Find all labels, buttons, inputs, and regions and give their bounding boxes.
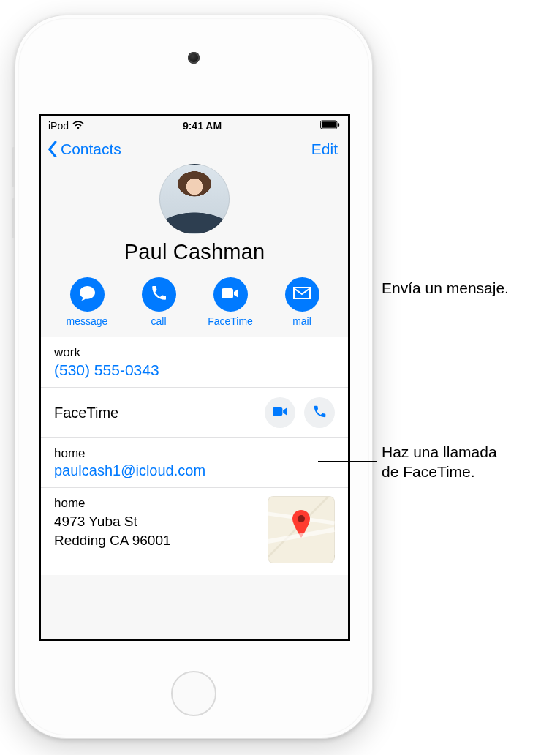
call-label: call: [151, 315, 166, 327]
facetime-button[interactable]: FaceTime: [205, 277, 256, 327]
svg-point-5: [298, 515, 305, 522]
mail-button[interactable]: mail: [276, 277, 328, 327]
mail-label: mail: [292, 315, 311, 327]
address-row[interactable]: home 4973 Yuba St Redding CA 96001: [41, 488, 348, 575]
message-button[interactable]: message: [61, 277, 113, 327]
email-row[interactable]: home paulcash1@icloud.com: [41, 438, 348, 488]
facetime-row-label: FaceTime: [54, 405, 118, 421]
callout-message: Envía un mensaje.: [382, 278, 509, 298]
details-list: work (530) 555-0343 FaceTime: [41, 337, 348, 575]
phone-icon: [313, 405, 327, 421]
device-frame: iPod 9:41 AM Contacts Edit Paul Cashman: [15, 15, 373, 739]
svg-rect-2: [338, 123, 339, 127]
facetime-row: FaceTime: [41, 388, 348, 438]
phone-row[interactable]: work (530) 555-0343: [41, 337, 348, 388]
device-label: iPod: [48, 120, 69, 132]
battery-icon: [320, 120, 341, 132]
back-button[interactable]: Contacts: [47, 140, 121, 158]
callout-facetime-line1: Haz una llamada: [382, 443, 497, 460]
callout-facetime-line2: de FaceTime.: [382, 463, 475, 480]
contact-header: Paul Cashman: [41, 158, 348, 273]
callout-line: [318, 461, 377, 462]
video-icon: [272, 406, 288, 420]
volume-down-button: [12, 198, 15, 238]
video-icon: [221, 287, 240, 303]
address-label: home: [54, 496, 259, 511]
message-label: message: [67, 315, 108, 327]
volume-up-button: [12, 147, 15, 187]
home-button[interactable]: [171, 671, 216, 716]
facetime-video-button[interactable]: [265, 397, 295, 428]
facetime-label: FaceTime: [208, 315, 253, 327]
nav-bar: Contacts Edit: [41, 133, 348, 158]
screen: iPod 9:41 AM Contacts Edit Paul Cashman: [39, 114, 350, 641]
email-value: paulcash1@icloud.com: [54, 462, 335, 479]
avatar[interactable]: [159, 164, 230, 234]
map-pin-icon: [291, 510, 311, 542]
phone-value: (530) 555-0343: [54, 361, 335, 379]
svg-rect-4: [273, 407, 282, 416]
svg-rect-3: [222, 288, 233, 298]
action-row: message call FaceTime: [41, 273, 348, 337]
wifi-icon: [72, 120, 84, 132]
address-line2: Redding CA 96001: [54, 531, 259, 550]
callout-line: [99, 288, 377, 288]
status-bar: iPod 9:41 AM: [41, 116, 348, 133]
back-label: Contacts: [61, 140, 121, 158]
front-camera: [188, 52, 200, 64]
email-label: home: [54, 446, 335, 461]
svg-rect-1: [322, 121, 336, 127]
callout-facetime: Haz una llamada de FaceTime.: [382, 442, 497, 482]
contact-name: Paul Cashman: [41, 240, 348, 264]
phone-label: work: [54, 345, 335, 360]
call-button[interactable]: call: [133, 277, 184, 327]
address-line1: 4973 Yuba St: [54, 512, 259, 531]
edit-button[interactable]: Edit: [311, 140, 338, 158]
message-icon: [78, 285, 97, 305]
map-thumbnail[interactable]: [268, 496, 335, 563]
clock: 9:41 AM: [183, 120, 222, 132]
mail-icon: [292, 286, 311, 303]
facetime-audio-button[interactable]: [304, 397, 335, 428]
